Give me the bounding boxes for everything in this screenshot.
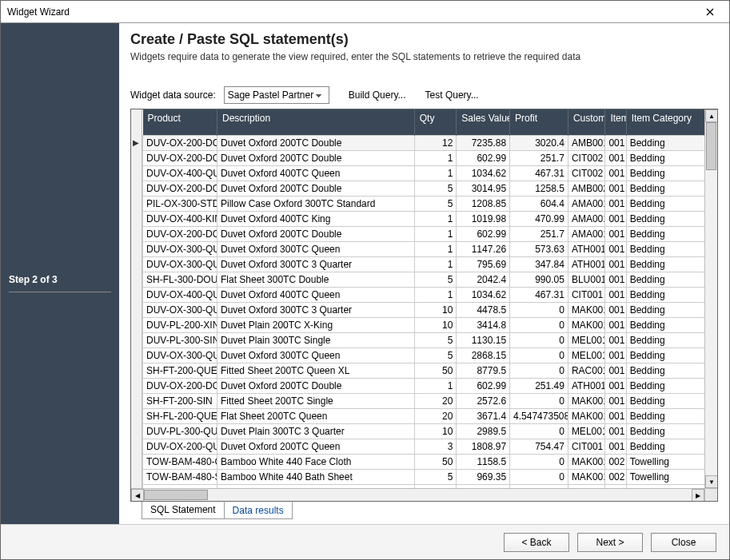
table-row[interactable]: DUV-PL-300-SINDuvet Plain 300TC Single51… [143,332,717,348]
table-row[interactable]: DUV-OX-300-QUEDuvet Oxford 300TC Queen52… [143,348,717,363]
column-header-item[interactable]: Item [605,109,626,135]
table-row[interactable]: PIL-OX-300-STDPillow Case Oxford 300TC S… [143,196,717,211]
cell-category: Bedding [626,317,716,332]
cell-description: Duvet Oxford 200TC Double [217,181,415,196]
table-row[interactable]: DUV-OX-200-QUEDuvet Oxford 200TC Queen31… [143,439,717,454]
tab-sql-statement[interactable]: SQL Statement [142,502,225,519]
cell-customer: MAK001 [568,469,605,484]
cell-product: DUV-PL-300-QUA [143,423,217,439]
cell-customer: AMB001 [568,135,605,150]
cell-category: Bedding [626,211,716,226]
cell-customer: AMA001 [568,211,605,226]
cell-product: DUV-OX-200-DOU [143,378,217,393]
scroll-right-icon[interactable]: ▶ [692,489,704,502]
cell-sales: 2572.6 [457,393,510,408]
cell-description: Duvet Oxford 400TC Queen [217,287,415,302]
cell-description: Bamboo White 440 Face Cloth [217,454,415,469]
table-row[interactable]: DUV-OX-200-DOUDuvet Oxford 200TC Double1… [143,378,717,393]
table-row[interactable]: SH-FT-200-SINFitted Sheet 200TC Single20… [143,393,717,408]
table-row[interactable]: DUV-OX-300-QUEDuvet Oxford 300TC Queen11… [143,241,717,256]
cell-product: DUV-PL-200-XIN [143,317,217,332]
back-button[interactable]: < Back [504,533,569,552]
cell-item: 001 [605,423,626,439]
cell-customer: ATH001 [568,378,605,393]
table-row[interactable]: DUV-OX-200-DOUDuvet Oxford 200TC Double1… [143,135,717,150]
cell-item: 001 [605,181,626,196]
cell-customer: CIT002 [568,150,605,165]
column-header-sales[interactable]: Sales Value [457,109,510,135]
cell-profit: 467.31 [510,287,568,302]
vertical-scrollbar[interactable]: ▲ ▼ [704,109,717,488]
cell-description: Flat Sheet 300TC Double [217,272,415,287]
cell-qty: 5 [414,332,457,348]
cell-product: DUV-OX-400-QUE [143,287,217,302]
horizontal-scrollbar[interactable]: ◀ ▶ [131,488,704,501]
table-row[interactable]: TOW-BAM-480-SHBamboo White 440 Bath Shee… [143,469,717,484]
cell-category: Bedding [626,363,716,378]
cell-product: PIL-OX-300-STD [143,196,217,211]
cell-sales: 8779.5 [457,363,510,378]
test-query-button[interactable]: Test Query... [425,89,479,101]
scroll-left-icon[interactable]: ◀ [131,489,144,502]
table-row[interactable]: SH-FL-300-DOUFlat Sheet 300TC Double5204… [143,272,717,287]
cell-customer: MEL001 [568,332,605,348]
cell-qty: 5 [414,348,457,363]
column-header-product[interactable]: Product [143,109,217,135]
scroll-down-icon[interactable]: ▼ [705,475,718,488]
table-row[interactable]: DUV-PL-300-QUADuvet Plain 300TC 3 Quarte… [143,423,717,439]
table-row[interactable]: SH-FT-200-QUEXLFitted Sheet 200TC Queen … [143,363,717,378]
cell-qty: 10 [414,423,457,439]
cell-sales: 2868.15 [457,348,510,363]
column-header-profit[interactable]: Profit [510,109,568,135]
scroll-up-icon[interactable]: ▲ [705,109,718,122]
cell-category: Bedding [626,332,716,348]
datasource-select[interactable]: Sage Pastel Partner [224,86,329,104]
cell-description: Duvet Oxford 200TC Double [217,378,415,393]
cell-description: Duvet Oxford 300TC Queen [217,348,415,363]
column-header-category[interactable]: Item Category [626,109,716,135]
horizontal-scroll-thumb[interactable] [144,490,208,500]
cell-qty: 1 [414,287,457,302]
cell-description: Duvet Oxford 200TC Double [217,226,415,241]
vertical-scroll-thumb[interactable] [706,122,716,170]
cell-category: Bedding [626,439,716,454]
cell-sales: 7235.88 [457,135,510,150]
table-row[interactable]: DUV-OX-200-DOUDuvet Oxford 200TC Double1… [143,150,717,165]
cell-item: 001 [605,348,626,363]
cell-item: 001 [605,408,626,423]
table-row[interactable]: DUV-OX-300-QUADuvet Oxford 300TC 3 Quart… [143,256,717,272]
column-header-customer[interactable]: Customer [568,109,605,135]
build-query-button[interactable]: Build Query... [349,89,406,101]
cell-qty: 50 [414,454,457,469]
cell-qty: 1 [414,165,457,181]
cell-profit: 0 [510,469,568,484]
cell-category: Bedding [626,135,716,150]
cell-category: Bedding [626,272,716,287]
cell-category: Bedding [626,150,716,165]
cell-sales: 1147.26 [457,241,510,256]
cell-category: Towelling [626,469,716,484]
table-row[interactable]: DUV-OX-200-DOUDuvet Oxford 200TC Double1… [143,226,717,241]
cell-sales: 4478.5 [457,302,510,317]
cell-description: Duvet Plain 300TC 3 Quarter [217,423,415,439]
tab-data-results[interactable]: Data results [224,502,293,519]
table-row[interactable]: DUV-OX-400-QUEDuvet Oxford 400TC Queen11… [143,165,717,181]
next-button[interactable]: Next > [577,533,643,552]
cell-sales: 1808.97 [457,439,510,454]
close-icon[interactable] [697,3,723,21]
table-row[interactable]: DUV-OX-300-QUADuvet Oxford 300TC 3 Quart… [143,302,717,317]
table-row[interactable]: TOW-BAM-480-CLOBamboo White 440 Face Clo… [143,454,717,469]
table-row[interactable]: DUV-PL-200-XINDuvet Plain 200TC X-King10… [143,317,717,332]
table-row[interactable]: DUV-OX-200-DOUDuvet Oxford 200TC Double5… [143,181,717,196]
column-header-description[interactable]: Description [217,109,415,135]
close-button[interactable]: Close [651,533,716,552]
cell-product: TOW-BAM-480-CLO [143,454,217,469]
column-header-qty[interactable]: Qty [414,109,457,135]
table-row[interactable]: SH-FL-200-QUEFlat Sheet 200TC Queen20367… [143,408,717,423]
cell-item: 001 [605,332,626,348]
cell-item: 001 [605,439,626,454]
cell-profit: 1258.5 [510,181,568,196]
table-row[interactable]: DUV-OX-400-QUEDuvet Oxford 400TC Queen11… [143,287,717,302]
table-row[interactable]: DUV-OX-400-KINDuvet Oxford 400TC King110… [143,211,717,226]
cell-product: DUV-OX-400-KIN [143,211,217,226]
